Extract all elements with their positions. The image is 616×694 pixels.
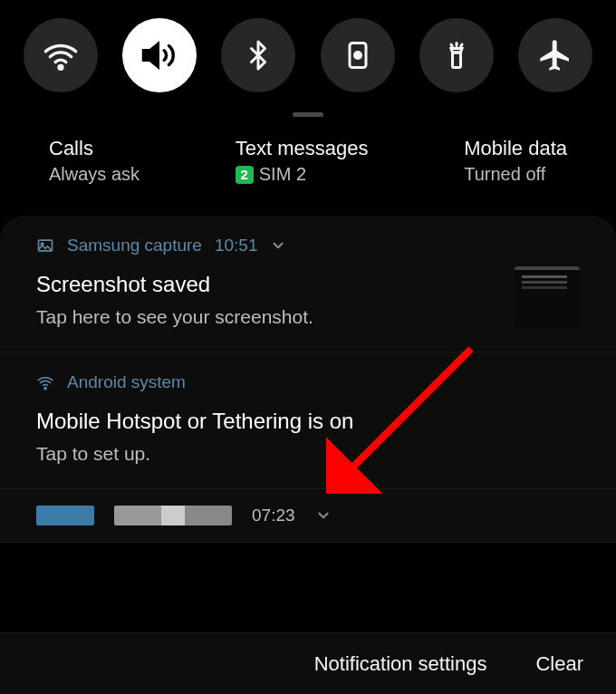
notification-header: Android system — [36, 372, 580, 392]
notification-time: 07:23 — [252, 506, 295, 525]
rotation-lock-toggle[interactable] — [321, 18, 395, 92]
notification-footer: Notification settings Clear — [0, 632, 616, 694]
notification-subtitle: Tap here to see your screenshot. — [36, 306, 580, 328]
svg-point-5 — [44, 388, 46, 390]
calls-status[interactable]: Calls Always ask — [49, 137, 140, 185]
texts-title: Text messages — [236, 137, 369, 160]
wifi-small-icon — [36, 373, 54, 391]
notification-screenshot[interactable]: Samsung capture 10:51 Screenshot saved T… — [0, 216, 616, 352]
wifi-toggle[interactable] — [24, 18, 98, 92]
sim-badge: 2 — [236, 166, 254, 184]
flashlight-icon — [440, 39, 473, 72]
notification-redacted[interactable]: 07:23 — [0, 489, 616, 543]
chevron-down-icon[interactable] — [270, 237, 286, 254]
chevron-down-icon[interactable] — [315, 507, 332, 524]
airplane-icon — [537, 37, 573, 73]
notification-title: Mobile Hotspot or Tethering is on — [36, 409, 580, 434]
svg-point-0 — [59, 65, 63, 69]
flashlight-toggle[interactable] — [419, 18, 494, 92]
data-sub: Turned off — [464, 164, 567, 185]
notification-settings-button[interactable]: Notification settings — [314, 652, 487, 676]
notification-title: Screenshot saved — [36, 272, 580, 297]
notification-time: 10:51 — [215, 236, 258, 255]
texts-sub: 2 SIM 2 — [236, 164, 369, 185]
app-name: Android system — [67, 372, 186, 392]
sound-toggle[interactable] — [122, 18, 197, 92]
notification-header: Samsung capture 10:51 — [36, 236, 580, 255]
airplane-toggle[interactable] — [518, 18, 592, 92]
clear-button[interactable]: Clear — [535, 652, 583, 676]
drag-handle[interactable] — [293, 112, 323, 117]
wifi-icon — [43, 37, 79, 73]
screenshot-thumbnail[interactable] — [515, 266, 580, 328]
data-status[interactable]: Mobile data Turned off — [464, 137, 567, 185]
image-icon — [36, 236, 54, 255]
redacted-text — [114, 506, 232, 525]
redacted-icon — [36, 506, 94, 525]
texts-sub-text: SIM 2 — [259, 164, 306, 185]
data-title: Mobile data — [464, 137, 567, 160]
bluetooth-toggle[interactable] — [221, 18, 295, 92]
sound-icon — [140, 36, 178, 74]
svg-point-2 — [354, 52, 361, 58]
notification-subtitle: Tap to set up. — [36, 443, 580, 465]
texts-status[interactable]: Text messages 2 SIM 2 — [236, 137, 369, 185]
quick-settings-row — [0, 0, 616, 100]
rotation-lock-icon — [342, 39, 374, 72]
bluetooth-icon — [242, 39, 274, 72]
calls-sub: Always ask — [49, 164, 140, 185]
status-row: Calls Always ask Text messages 2 SIM 2 M… — [0, 137, 616, 216]
calls-title: Calls — [49, 137, 140, 160]
notification-hotspot[interactable]: Android system Mobile Hotspot or Tetheri… — [0, 352, 616, 489]
app-name: Samsung capture — [67, 236, 202, 255]
